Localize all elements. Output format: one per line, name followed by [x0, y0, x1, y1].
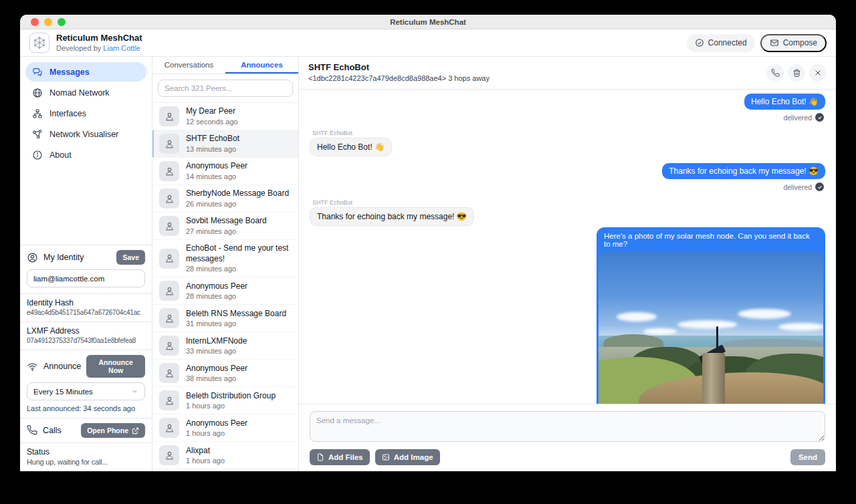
- add-image-label: Add Image: [394, 453, 433, 461]
- delete-conversation-button[interactable]: [788, 64, 805, 82]
- send-button[interactable]: Send: [790, 449, 825, 465]
- peer-time: 12 seconds ago: [186, 117, 238, 126]
- peer-time: 26 minutes ago: [186, 199, 289, 209]
- message-image[interactable]: [599, 251, 823, 404]
- compose-button[interactable]: Compose: [760, 34, 827, 52]
- sidebar-item-label: About: [49, 150, 72, 160]
- connection-status-badge: Connected: [687, 34, 755, 52]
- delivered-check-icon: [815, 113, 824, 122]
- tab-conversations[interactable]: Conversations: [152, 57, 225, 74]
- peer-avatar-icon: [159, 161, 179, 181]
- peer-list-item[interactable]: Anonymous Peer14 minutes ago: [152, 158, 298, 185]
- image-caption: Here's a photo of my solar mesh node. Ca…: [599, 229, 823, 251]
- peer-name: InternLXMFNode: [186, 336, 247, 347]
- peer-list-item[interactable]: Beleth RNS Message Board31 minutes ago: [152, 305, 298, 332]
- peers-tabs: Conversations Announces: [152, 57, 298, 74]
- peer-avatar-icon: [159, 390, 179, 410]
- incoming-message-bubble: Thanks for echoing back my message! 😎: [310, 207, 474, 226]
- tab-announces[interactable]: Announces: [225, 57, 298, 74]
- peer-avatar-icon: [159, 134, 179, 154]
- peer-list-item[interactable]: EchoBot - Send me your test messages!28 …: [152, 240, 298, 277]
- connected-label: Connected: [708, 38, 747, 47]
- peer-time: 13 minutes ago: [186, 144, 239, 154]
- peer-list-item[interactable]: SherbyNode Message Board26 minutes ago: [152, 185, 298, 213]
- message-input[interactable]: [310, 411, 825, 442]
- last-announced-text: Last announced: 34 seconds ago: [20, 400, 152, 418]
- peer-list-item[interactable]: Sovbit Message Board27 minutes ago: [152, 213, 298, 240]
- chat-peer-hash: <1dbc2281c4223c7a479de8cd8a988ae4> 3 hop…: [308, 74, 490, 84]
- announce-interval-value: Every 15 Minutes: [33, 388, 93, 396]
- photo-cloud: [778, 323, 823, 331]
- close-window-button[interactable]: [31, 18, 39, 26]
- app-subtitle: Developed by Liam Cottle: [56, 44, 142, 53]
- calls-row: Calls Open Phone: [20, 418, 152, 443]
- lxmf-address-value: 07a4912375337d7543f0aa1e8bfefea8: [27, 337, 145, 344]
- display-name-input[interactable]: [27, 269, 145, 287]
- peer-time: 1 hours ago: [186, 428, 247, 438]
- peer-name: My Dear Peer: [186, 106, 238, 117]
- peer-time: 27 minutes ago: [186, 227, 267, 236]
- zoom-window-button[interactable]: [58, 18, 66, 26]
- open-phone-button[interactable]: Open Phone: [81, 423, 145, 438]
- photo-cloud: [617, 312, 657, 322]
- announce-interval-select[interactable]: Every 15 Minutes: [27, 382, 145, 400]
- external-link-icon: [132, 427, 139, 434]
- info-circle-icon: [32, 150, 43, 160]
- developer-link[interactable]: Liam Cottle: [103, 44, 140, 52]
- app-window: Reticulum MeshChat Reticulum MeshChat De…: [20, 15, 836, 471]
- sidebar-item-messages[interactable]: Messages: [25, 62, 146, 82]
- peer-name: Anonymous Peer: [186, 281, 247, 292]
- message-history[interactable]: Hello Echo Bot! 👋 delivered SHTF EchoBot…: [299, 90, 836, 404]
- add-files-button[interactable]: Add Files: [310, 449, 370, 465]
- my-identity-label: My Identity: [43, 253, 84, 262]
- call-peer-button[interactable]: [766, 64, 784, 82]
- peer-list[interactable]: My Dear Peer12 seconds ago SHTF EchoBot1…: [152, 103, 298, 471]
- peer-list-item[interactable]: My Dear Peer12 seconds ago: [152, 103, 298, 130]
- peer-list-item-selected[interactable]: SHTF EchoBot13 minutes ago: [152, 130, 298, 158]
- peer-name: Anonymous Peer: [186, 364, 247, 374]
- identity-hash-label: Identity Hash: [27, 298, 145, 307]
- announce-row: Announce Announce Now: [20, 350, 152, 382]
- peer-name: Anonymous Peer: [186, 161, 247, 172]
- peer-name: Sovbit Message Board: [186, 216, 267, 227]
- outgoing-message-bubble: Thanks for echoing back my message! 😎: [662, 163, 825, 179]
- add-image-button[interactable]: Add Image: [375, 449, 440, 465]
- peer-avatar-icon: [159, 336, 179, 356]
- peer-list-item[interactable]: Anonymous Peer38 minutes ago: [152, 360, 298, 387]
- sender-name-label: SHTF EchoBot: [312, 130, 823, 136]
- sidebar-item-nomad-network[interactable]: Nomad Network: [25, 83, 146, 102]
- window-controls[interactable]: [31, 18, 66, 26]
- peer-list-item[interactable]: Liam - Windows PC: [152, 469, 298, 471]
- peer-search-input[interactable]: [158, 80, 293, 97]
- sidebar-item-interfaces[interactable]: Interfaces: [25, 104, 146, 123]
- peer-time: 33 minutes ago: [186, 346, 247, 356]
- peer-name: Anonymous Peer: [186, 418, 247, 429]
- sidebar-item-label: Interfaces: [49, 109, 86, 118]
- announce-label: Announce: [43, 362, 81, 371]
- peer-time: 14 minutes ago: [186, 172, 247, 181]
- announce-now-button[interactable]: Announce Now: [86, 355, 145, 378]
- peer-avatar-icon: [159, 363, 179, 383]
- open-phone-label: Open Phone: [87, 426, 128, 434]
- close-conversation-button[interactable]: [809, 64, 827, 82]
- peer-avatar-icon: [159, 418, 179, 438]
- outgoing-image-message-bubble: Here's a photo of my solar mesh node. Ca…: [597, 227, 825, 404]
- outgoing-message-bubble: Hello Echo Bot! 👋: [744, 94, 825, 110]
- peer-list-item[interactable]: Alixpat1 hours ago: [152, 442, 298, 469]
- peer-list-item[interactable]: InternLXMFNode33 minutes ago: [152, 332, 298, 360]
- peer-name: Beleth RNS Message Board: [186, 309, 286, 320]
- sidebar-item-about[interactable]: About: [25, 145, 146, 164]
- save-button[interactable]: Save: [116, 250, 145, 265]
- minimize-window-button[interactable]: [44, 18, 52, 26]
- peer-list-item[interactable]: Anonymous Peer28 minutes ago: [152, 277, 298, 305]
- sidebar-item-network-visualiser[interactable]: Network Visualiser: [25, 124, 146, 144]
- add-files-label: Add Files: [328, 453, 363, 461]
- sidebar-item-label: Network Visualiser: [49, 130, 118, 139]
- sidebar: Messages Nomad Network Interfaces Networ…: [20, 57, 152, 471]
- phone-icon: [27, 425, 37, 436]
- peer-list-item[interactable]: Anonymous Peer1 hours ago: [152, 414, 298, 442]
- peer-list-item[interactable]: Beleth Distribution Group1 hours ago: [152, 387, 298, 414]
- compose-label: Compose: [783, 38, 817, 47]
- delivered-text: delivered: [783, 183, 812, 191]
- chevron-down-icon: [131, 388, 138, 395]
